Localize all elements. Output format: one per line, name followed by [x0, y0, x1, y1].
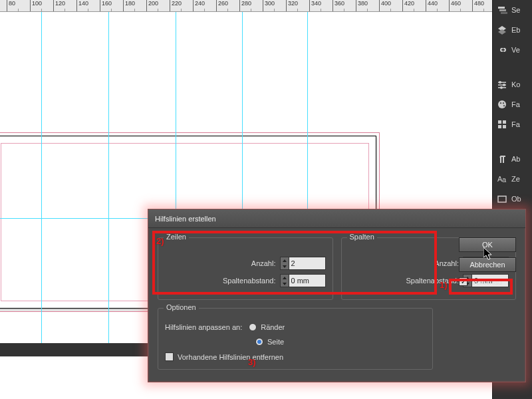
svg-point-11 — [503, 102, 504, 104]
palette-icon — [497, 99, 507, 110]
ruler-tick-minor — [390, 9, 392, 12]
columns-legend: Spalten — [347, 233, 377, 241]
ruler-tick-minor — [181, 9, 183, 12]
char-icon: Aa — [497, 174, 507, 184]
fit-guides-label: Hilfslinien anpassen an: — [165, 323, 242, 331]
fit-margins-radio[interactable]: Ränder — [249, 323, 285, 331]
paragraph-icon — [497, 154, 507, 164]
panel-label: Fa — [511, 120, 520, 128]
svg-rect-1 — [499, 9, 506, 11]
options-legend: Optionen — [164, 303, 199, 311]
sliders-icon — [497, 79, 507, 90]
ruler-tick: 200 — [146, 0, 158, 11]
link-icon — [497, 45, 507, 55]
panel-sliders[interactable]: Ko — [493, 74, 532, 94]
ruler-tick-minor — [111, 9, 113, 12]
panel-char[interactable]: AaZe — [493, 169, 532, 189]
svg-point-10 — [500, 102, 501, 104]
ruler-tick-minor — [483, 9, 485, 12]
cols-gutter-label: Spaltenabstand: — [406, 277, 459, 285]
ruler-tick: 360 — [332, 0, 344, 11]
rows-gutter-stepper[interactable] — [280, 274, 326, 287]
svg-point-12 — [503, 105, 505, 106]
ruler-tick-minor — [18, 9, 20, 12]
ruler-tick-minor — [321, 9, 323, 12]
ruler-tick: 120 — [53, 0, 65, 11]
panel-label: Ob — [511, 195, 521, 203]
ruler-tick-minor — [460, 9, 462, 12]
panel-object[interactable]: Ob — [493, 189, 532, 209]
cols-count-label: Anzahl: — [434, 259, 459, 267]
ruler-tick: 440 — [426, 0, 438, 11]
rows-count-input[interactable] — [289, 257, 326, 270]
dialog-titlebar[interactable]: Hilfslinien erstellen — [148, 209, 525, 228]
ruler-tick: 340 — [309, 0, 321, 11]
rows-count-label: Anzahl: — [251, 259, 276, 267]
rows-group: Zeilen Anzahl: Spaltenabstand: — [158, 237, 333, 300]
ruler-tick-minor — [367, 9, 369, 12]
panel-layers[interactable]: Se — [493, 0, 532, 20]
preview-checkbox[interactable]: Vorschau — [459, 277, 516, 286]
svg-rect-19 — [498, 196, 506, 202]
ruler-tick-minor — [344, 9, 346, 12]
ruler-tick-minor — [158, 9, 160, 12]
ruler-tick-minor — [88, 9, 90, 12]
panel-label: Eb — [511, 26, 520, 34]
ruler-tick: 400 — [379, 0, 391, 11]
panel-label: Ab — [511, 155, 520, 163]
svg-rect-14 — [503, 120, 506, 124]
ruler-tick-minor — [274, 9, 276, 12]
cancel-button[interactable]: Abbrechen — [459, 257, 516, 272]
ruler-tick: 260 — [216, 0, 228, 11]
horizontal-ruler: 8010012014016018020022024026028030032034… — [0, 0, 492, 12]
ruler-tick-minor — [437, 9, 439, 12]
rows-legend: Zeilen — [164, 233, 189, 241]
ruler-tick: 300 — [263, 0, 275, 11]
ruler-tick: 180 — [123, 0, 135, 11]
ruler-tick-minor — [65, 9, 66, 12]
stack-icon — [497, 25, 507, 35]
svg-rect-13 — [498, 120, 501, 124]
panel-stack[interactable]: Eb — [493, 20, 532, 40]
object-icon — [497, 194, 507, 204]
svg-rect-0 — [498, 7, 505, 9]
rows-count-stepper[interactable] — [280, 257, 326, 270]
ruler-tick: 320 — [286, 0, 298, 11]
ruler-tick-minor — [134, 9, 136, 12]
svg-rect-2 — [501, 12, 507, 14]
grid-icon — [497, 119, 507, 130]
options-group: Optionen Hilfslinien anpassen an: Ränder… — [158, 308, 433, 370]
ruler-tick: 80 — [7, 0, 15, 11]
panel-paragraph[interactable]: Ab — [493, 149, 532, 169]
dialog-title: Hilfslinien erstellen — [155, 215, 216, 223]
svg-point-7 — [503, 84, 505, 86]
panel-link[interactable]: Ve — [493, 40, 532, 60]
fit-page-radio[interactable]: Seite — [255, 338, 284, 346]
rows-gutter-input[interactable] — [289, 274, 326, 287]
rows-gutter-label: Spaltenabstand: — [223, 277, 276, 285]
ruler-tick-minor — [41, 9, 43, 12]
svg-point-9 — [498, 100, 506, 108]
svg-rect-16 — [503, 125, 506, 128]
ruler-tick: 100 — [30, 0, 42, 11]
panel-grid[interactable]: Fa — [493, 114, 532, 134]
panel-label: Se — [511, 6, 520, 14]
ok-button[interactable]: OK — [459, 237, 516, 252]
panel-label: Ko — [511, 80, 520, 88]
ruler-tick: 420 — [402, 0, 414, 11]
panel-label: Ze — [511, 175, 520, 183]
ruler-tick: 140 — [76, 0, 88, 11]
ruler-tick: 460 — [449, 0, 461, 11]
panel-label: Fa — [511, 100, 520, 108]
remove-existing-checkbox[interactable]: Vorhandene Hilfslinien entfernen — [165, 352, 426, 361]
svg-point-8 — [500, 86, 503, 89]
panel-palette[interactable]: Fa — [493, 94, 532, 114]
ruler-tick: 480 — [472, 0, 484, 11]
svg-text:a: a — [502, 176, 507, 184]
ruler-tick-minor — [227, 9, 229, 12]
ruler-tick: 220 — [170, 0, 182, 11]
ruler-tick-minor — [414, 9, 416, 12]
ruler-tick-minor — [251, 9, 253, 12]
ruler-tick: 240 — [193, 0, 205, 11]
ruler-tick: 380 — [356, 0, 368, 11]
